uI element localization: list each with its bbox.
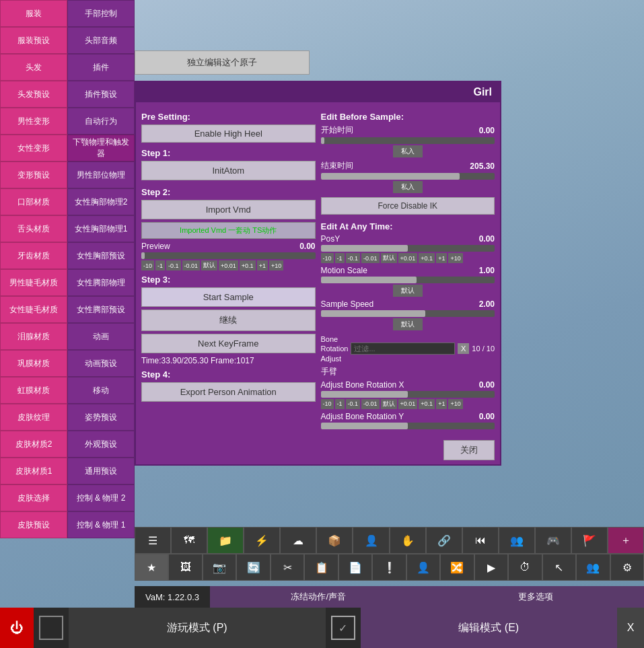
toolbar-star[interactable]: ★: [135, 554, 168, 581]
sidebar-item-nvjiecl[interactable]: 女性睫毛材质: [0, 296, 67, 323]
preview-ctrl--0.1[interactable]: -0.1: [166, 260, 181, 271]
toolbar-camera[interactable]: 📷: [203, 554, 236, 581]
sidebar-item-chajianyshe[interactable]: 插件预设: [67, 81, 135, 108]
x-button[interactable]: X: [617, 608, 644, 648]
force-disable-ik-button[interactable]: Force Disable IK: [321, 197, 495, 215]
toolbar-game[interactable]: 🎮: [535, 527, 571, 554]
toolbar-shuffle[interactable]: 🔀: [440, 554, 474, 581]
start-sample-button[interactable]: Start Sample: [141, 287, 316, 307]
sidebar-item-nanxingbian[interactable]: 男性变形: [0, 108, 67, 135]
posy-ctrl--10[interactable]: -10: [321, 253, 334, 263]
toolbar-package[interactable]: 📦: [316, 527, 353, 554]
sidebar-item-gongmocl[interactable]: 巩膜材质: [0, 350, 67, 377]
sidebar-item-yachicl[interactable]: 牙齿材质: [0, 242, 67, 269]
freeze-button[interactable]: 冻结动作/声音: [210, 586, 427, 608]
continue-button[interactable]: 继续: [141, 310, 316, 331]
toolbar-group[interactable]: 👥: [499, 527, 535, 554]
bone-filter-input[interactable]: [351, 343, 455, 355]
toolbar-folder[interactable]: 📁: [207, 527, 244, 554]
sidebar-item-koubucailiao[interactable]: 口部材质: [0, 188, 67, 215]
posy-ctrl--0.1[interactable]: -0.1: [346, 253, 361, 263]
toolbar-cloud[interactable]: ☁: [280, 527, 316, 554]
preview-ctrl--1[interactable]: -1: [155, 260, 165, 271]
sidebar-item-nvxingbian[interactable]: 女性变形: [0, 135, 67, 161]
adj-x-ctrl--1[interactable]: -1: [335, 399, 345, 409]
adjust-bone-y-slider[interactable]: [321, 423, 495, 429]
sidebar-item-nvxiongwuli2[interactable]: 女性胸部物理2: [67, 188, 135, 215]
preview-ctrl--10[interactable]: -10: [141, 260, 154, 271]
toolbar-group2[interactable]: 👥: [576, 554, 610, 581]
sidebar-item-fzhuangyushe[interactable]: 服装预设: [0, 27, 67, 54]
edit-mode-checkbox[interactable]: ✓: [331, 616, 355, 640]
sidebar-item-zidongxw[interactable]: 自动行为: [67, 108, 135, 135]
sidebar-item-toufa[interactable]: 头发: [0, 54, 67, 81]
sidebar-item-kongzhiwuli2[interactable]: 控制 & 物理 2: [67, 484, 135, 511]
init-atom-button[interactable]: InitAtom: [141, 161, 316, 180]
end-inject-btn[interactable]: 私入: [393, 181, 423, 193]
sidebar-item-pifuxz[interactable]: 皮肤选择: [0, 484, 67, 511]
sidebar-item-nxbuwuli[interactable]: 男性部位物理: [67, 161, 135, 188]
sidebar-item-nvtengyushe[interactable]: 女性腾部预设: [67, 296, 135, 323]
preview-ctrl-+0.1[interactable]: +0.1: [240, 260, 256, 271]
toolbar-play[interactable]: ▶: [474, 554, 508, 581]
edit-atom-button[interactable]: 独立编辑这个原子: [135, 50, 310, 75]
sidebar-item-fzhuang[interactable]: 服装: [0, 0, 67, 27]
toolbar-person[interactable]: 👤: [353, 527, 389, 554]
sidebar-item-shetoucl[interactable]: 舌头材质: [0, 215, 67, 242]
posy-ctrl-+0.01[interactable]: +0.01: [398, 253, 418, 263]
sidebar-item-xiabawl[interactable]: 下颚物理和触发器: [67, 135, 135, 161]
toolbar-prev[interactable]: ⏮: [462, 527, 499, 554]
sidebar-item-donghuayshe[interactable]: 动画预设: [67, 350, 135, 377]
toolbar-cursor[interactable]: ↖: [542, 554, 576, 581]
sidebar-item-yidong[interactable]: 移动: [67, 377, 135, 404]
preview-ctrl-+0.01[interactable]: +0.01: [219, 260, 238, 271]
power-button[interactable]: ⏻: [0, 608, 34, 648]
sidebar-item-sbkongzhi[interactable]: 手部控制: [67, 0, 135, 27]
sidebar-item-nvxiongwuli1[interactable]: 女性胸部物理1: [67, 215, 135, 242]
close-button[interactable]: 关闭: [443, 440, 495, 460]
adjust-bone-x-slider[interactable]: [321, 391, 495, 398]
more-options-button[interactable]: 更多选项: [427, 586, 645, 608]
preview-ctrl--0.01[interactable]: -0.01: [182, 260, 201, 271]
toolbar-lightning[interactable]: ⚡: [244, 527, 280, 554]
toolbar-timer[interactable]: ⏱: [508, 554, 542, 581]
play-mode-button[interactable]: 游玩模式 (P): [69, 608, 326, 648]
sidebar-item-nanjmcl[interactable]: 男性睫毛材质: [0, 269, 67, 296]
preview-slider[interactable]: [141, 252, 316, 259]
posy-ctrl-default[interactable]: 默认: [381, 253, 397, 263]
sidebar-item-toufayushe[interactable]: 头发预设: [0, 81, 67, 108]
sidebar-item-tongyongyshe[interactable]: 通用预设: [67, 458, 135, 484]
toolbar-map[interactable]: 🗺: [171, 527, 207, 554]
enable-high-heel-button[interactable]: Enable High Heel: [141, 124, 316, 143]
adj-x-ctrl--0.1[interactable]: -0.1: [346, 399, 361, 409]
bone-x-button[interactable]: X: [458, 343, 469, 354]
adj-x-ctrl--0.01[interactable]: -0.01: [361, 399, 380, 409]
posy-ctrl-+0.1[interactable]: +0.1: [419, 253, 435, 263]
sidebar-item-zisheyushe[interactable]: 姿势预设: [67, 404, 135, 431]
sidebar-item-pifucl1[interactable]: 皮肤材质1: [0, 458, 67, 484]
sidebar-item-hongmocl[interactable]: 虹膜材质: [0, 377, 67, 404]
toolbar-gear[interactable]: ⚙: [610, 554, 644, 581]
adj-x-ctrl--10[interactable]: -10: [321, 399, 334, 409]
toolbar-menu[interactable]: ☰: [135, 527, 171, 554]
posy-ctrl--0.01[interactable]: -0.01: [361, 253, 380, 263]
sample-speed-default-btn[interactable]: 默认: [393, 318, 423, 330]
toolbar-hand[interactable]: ✋: [390, 527, 426, 554]
posy-ctrl--1[interactable]: -1: [335, 253, 345, 263]
toolbar-scissors[interactable]: ✂: [271, 554, 304, 581]
end-time-slider[interactable]: [321, 173, 495, 180]
adj-x-ctrl-+10[interactable]: +10: [448, 399, 462, 409]
adj-x-ctrl-+1[interactable]: +1: [436, 399, 447, 409]
sidebar-item-leijicl[interactable]: 泪腺材质: [0, 323, 67, 350]
motion-scale-slider[interactable]: [321, 277, 495, 283]
sidebar-item-bianxingyushe[interactable]: 变形预设: [0, 161, 67, 188]
sample-speed-slider[interactable]: [321, 310, 495, 317]
adj-x-ctrl-+0.01[interactable]: +0.01: [398, 399, 418, 409]
motion-scale-default-btn[interactable]: 默认: [393, 285, 423, 297]
adj-x-ctrl-+0.1[interactable]: +0.1: [419, 399, 435, 409]
toolbar-exclaim[interactable]: ❕: [372, 554, 406, 581]
toolbar-link[interactable]: 🔗: [426, 527, 462, 554]
start-time-slider[interactable]: [321, 137, 495, 144]
adj-x-ctrl-default[interactable]: 默认: [381, 399, 397, 409]
toolbar-person2[interactable]: 👤: [406, 554, 440, 581]
